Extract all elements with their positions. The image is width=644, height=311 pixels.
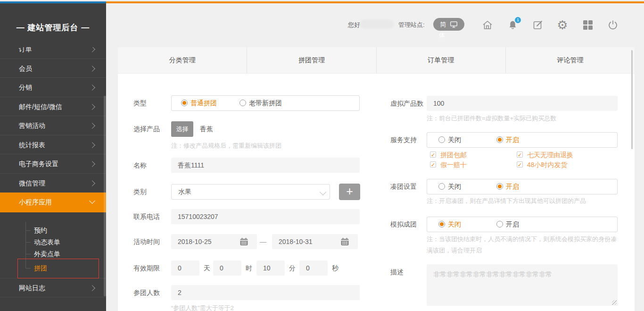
sidebar-item-reports[interactable]: 统计报表 bbox=[0, 135, 106, 155]
radio-label-simulate-on[interactable]: 开启 bbox=[506, 220, 519, 228]
sidebar-item-label: 邮件/短信/微信 bbox=[19, 103, 62, 110]
virtual-count-note: 注：前台已拼团件数=虚拟数量+实际已购买总数 bbox=[427, 113, 556, 124]
phone-input[interactable]: 15710023207 bbox=[171, 209, 360, 224]
chevron-right-icon bbox=[89, 46, 95, 52]
edit-compose-icon[interactable] bbox=[532, 19, 544, 31]
radio-label-service-off[interactable]: 关闭 bbox=[448, 136, 461, 143]
tab-bar: 分类管理 拼团管理 订单管理 评论管理 bbox=[118, 47, 635, 74]
sidebar-subitem-group-buy[interactable]: 拼团 bbox=[34, 262, 47, 274]
add-category-button[interactable]: + bbox=[339, 184, 360, 200]
people-note: “参团人数”需大于等于2 bbox=[171, 303, 234, 311]
page-scrollbar-thumb[interactable] bbox=[631, 50, 633, 149]
radio-label-normal[interactable]: 普通拼团 bbox=[190, 99, 217, 107]
active-subitem-highlight-box bbox=[17, 259, 99, 278]
people-input[interactable]: 2 bbox=[171, 285, 360, 300]
unit-hours: 时 bbox=[246, 261, 252, 276]
sidebar-item-miniprogram-apps[interactable]: 小程序应用 bbox=[0, 193, 106, 212]
radio-gather-on[interactable] bbox=[496, 183, 503, 190]
sidebar-item-label: 统计报表 bbox=[19, 141, 45, 149]
validity-days-input[interactable]: 0 bbox=[171, 261, 199, 276]
time-label: 活动时间 bbox=[133, 234, 160, 249]
sidebar-menu: 订单 会员 分销 邮件/短信/微信 营销活动 统计报表 电子商务设置 微信管理 bbox=[0, 40, 106, 212]
sidebar: 订单 会员 分销 邮件/短信/微信 营销活动 统计报表 电子商务设置 微信管理 bbox=[0, 3, 106, 311]
gather-label: 凑团设置 bbox=[390, 179, 417, 194]
checkbox-label-48h-shipping[interactable]: 48小时内发货 bbox=[527, 161, 568, 168]
checkbox-label-free-shipping[interactable]: 拼团包邮 bbox=[440, 151, 467, 159]
desc-textarea[interactable]: 非常非常非常非常非常非常非常非常非常 bbox=[427, 264, 618, 306]
simulate-note: 注：当该团快结束时，人员不满的情况下，则系统会模拟买家的身份凑满该团，请合理开启 bbox=[427, 234, 620, 256]
checkbox-label-7day-return[interactable]: 七天无理由退换 bbox=[527, 151, 573, 159]
tab-groupbuy-management[interactable]: 拼团管理 bbox=[247, 47, 376, 73]
radio-service-on[interactable] bbox=[496, 136, 503, 143]
settings-gear-icon[interactable]: ⚙ bbox=[556, 19, 569, 31]
chevron-right-icon bbox=[89, 66, 95, 72]
sidebar-subitem-dynamic-forms[interactable]: 动态表单 bbox=[34, 236, 60, 248]
checkbox-fake-compensation[interactable]: ✓ bbox=[430, 161, 436, 168]
tab-category-management[interactable]: 分类管理 bbox=[118, 47, 247, 73]
radio-gather-off[interactable] bbox=[438, 183, 445, 190]
sidebar-item-mail-sms-wechat[interactable]: 邮件/短信/微信 bbox=[0, 97, 106, 117]
people-label: 参团人数 bbox=[133, 285, 160, 300]
name-input[interactable]: 香蕉1111 bbox=[171, 158, 360, 173]
validity-seconds-input[interactable]: 0 bbox=[299, 261, 328, 276]
name-label: 名称 bbox=[133, 158, 147, 173]
phone-label: 联系电话 bbox=[133, 209, 160, 224]
checkbox-label-fake-compensation[interactable]: 假一赔十 bbox=[440, 161, 467, 168]
checkbox-free-shipping[interactable]: ✓ bbox=[430, 151, 436, 158]
radio-oldnew-groupbuy[interactable] bbox=[239, 100, 246, 106]
resize-handle[interactable] bbox=[612, 300, 617, 305]
sidebar-item-label: 营销活动 bbox=[19, 122, 45, 129]
app-title: — 建站管理后台 — bbox=[0, 22, 106, 33]
radio-service-off[interactable] bbox=[438, 136, 445, 143]
radio-simulate-off[interactable] bbox=[438, 221, 445, 227]
checkbox-7day-return[interactable]: ✓ bbox=[517, 151, 523, 158]
checkbox-48h-shipping[interactable]: ✓ bbox=[517, 161, 523, 168]
gather-note: 注：开启凑团，则在产品详情下方出现其他可以拼团的产品 bbox=[427, 196, 586, 206]
sidebar-item-distribution[interactable]: 分销 bbox=[0, 78, 106, 97]
radio-label-oldnew[interactable]: 老带新拼团 bbox=[249, 99, 282, 107]
calendar-icon[interactable] bbox=[239, 237, 248, 246]
apps-grid-icon[interactable] bbox=[582, 19, 594, 31]
radio-label-simulate-off[interactable]: 关闭 bbox=[448, 220, 461, 228]
radio-simulate-on[interactable] bbox=[496, 221, 503, 227]
tab-review-management[interactable]: 评论管理 bbox=[506, 47, 635, 73]
tab-order-management[interactable]: 订单管理 bbox=[377, 47, 506, 73]
sidebar-item-ecommerce-settings[interactable]: 电子商务设置 bbox=[0, 154, 106, 174]
validity-label: 有效期限 bbox=[133, 261, 160, 276]
username-redacted bbox=[360, 19, 394, 29]
chevron-right-icon bbox=[89, 104, 95, 110]
sidebar-item-site-log[interactable]: 网站日志 bbox=[0, 278, 106, 297]
choose-product-button[interactable]: 选择 bbox=[171, 121, 193, 137]
radio-normal-groupbuy[interactable] bbox=[181, 100, 188, 106]
submenu-tree-tick bbox=[25, 230, 31, 231]
language-site-toggle[interactable]: 简 bbox=[433, 18, 464, 31]
validity-minutes-input[interactable]: 10 bbox=[256, 261, 285, 276]
monitor-icon bbox=[450, 21, 458, 28]
radio-label-service-on[interactable]: 开启 bbox=[506, 136, 519, 143]
category-select[interactable]: 水果 bbox=[171, 184, 330, 200]
unit-minutes: 分 bbox=[289, 261, 296, 276]
language-label-wrapped: 体 bbox=[439, 31, 445, 40]
sidebar-subitem-booking[interactable]: 预约 bbox=[34, 225, 47, 236]
site-label: 管理站点: bbox=[398, 20, 425, 30]
notifications-bell-icon[interactable]: 1 bbox=[506, 19, 519, 31]
logout-power-icon[interactable] bbox=[607, 19, 619, 31]
virtual-count-input[interactable]: 100 bbox=[427, 96, 618, 111]
home-icon[interactable] bbox=[481, 19, 494, 31]
validity-hours-input[interactable]: 0 bbox=[213, 261, 241, 276]
sidebar-item-label: 微信管理 bbox=[19, 179, 45, 187]
sidebar-item-members[interactable]: 会员 bbox=[0, 59, 106, 78]
sidebar-item-wechat-management[interactable]: 微信管理 bbox=[0, 174, 106, 193]
chevron-right-icon bbox=[89, 285, 95, 291]
sidebar-item-label: 网站日志 bbox=[19, 284, 45, 292]
calendar-icon[interactable] bbox=[340, 237, 349, 246]
radio-label-gather-off[interactable]: 关闭 bbox=[448, 183, 461, 190]
chevron-right-icon bbox=[89, 161, 95, 167]
submenu-tree-tick bbox=[25, 242, 31, 243]
sidebar-scrollbar-thumb[interactable] bbox=[104, 96, 106, 296]
simulate-label: 模拟成团 bbox=[390, 217, 417, 232]
sidebar-subitem-takeout-order[interactable]: 外卖点单 bbox=[34, 248, 60, 260]
radio-label-gather-on[interactable]: 开启 bbox=[506, 183, 519, 190]
language-label: 简 bbox=[440, 20, 446, 29]
sidebar-item-marketing[interactable]: 营销活动 bbox=[0, 116, 106, 135]
